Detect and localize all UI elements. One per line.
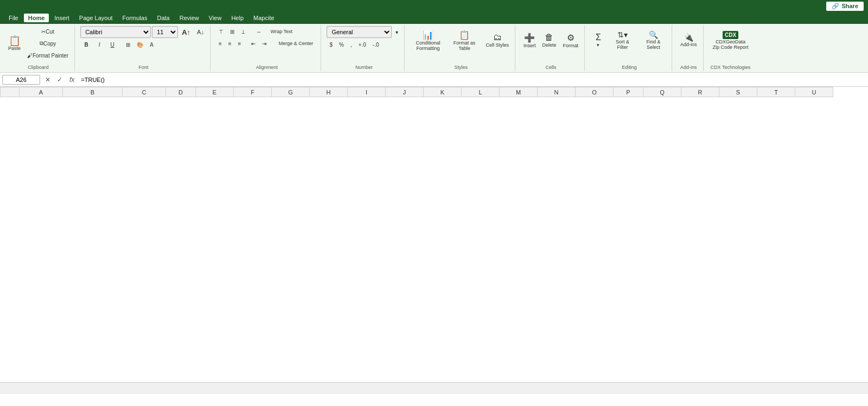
menu-item-data[interactable]: Data: [152, 14, 174, 22]
format-button[interactable]: ⚙ Format: [560, 26, 581, 54]
format-table-label: Format as Table: [449, 40, 479, 51]
font-color-button[interactable]: A: [147, 39, 156, 50]
col-header-D[interactable]: D: [166, 87, 196, 97]
col-header-G[interactable]: G: [272, 87, 310, 97]
addins-icon: 🔌: [684, 33, 693, 42]
col-header-P[interactable]: P: [614, 87, 643, 97]
decrease-indent-button[interactable]: ⇤: [248, 38, 258, 49]
number-buttons-row: $ % , +.0 -.0: [327, 39, 381, 50]
editing-group: Σ ▾ ⇅▾ Sort & Filter 🔍 Find & Select Edi…: [587, 25, 672, 71]
editing-group-label: Editing: [590, 62, 668, 70]
insert-label: Insert: [524, 43, 536, 48]
col-header-L[interactable]: L: [462, 87, 500, 97]
underline-button[interactable]: U: [106, 39, 118, 50]
formula-input[interactable]: [79, 74, 866, 85]
col-header-B[interactable]: B: [63, 87, 123, 97]
cell-styles-button[interactable]: 🗂 Cell Styles: [483, 26, 512, 54]
addins-button[interactable]: 🔌 Add-ins: [678, 26, 700, 54]
col-header-C[interactable]: C: [123, 87, 166, 97]
comma-button[interactable]: ,: [348, 39, 355, 50]
conditional-formatting-button[interactable]: 📊 Conditional Formatting: [410, 26, 445, 54]
fx-label: fx: [67, 76, 76, 84]
copy-button[interactable]: ⧉ Copy: [24, 38, 71, 49]
align-top-button[interactable]: ⊤: [216, 26, 226, 37]
col-header-E[interactable]: E: [196, 87, 234, 97]
font-group: Calibri 11 A↑ A↓ B I U ⊞ 🎨 A Font: [77, 25, 210, 71]
col-header-A[interactable]: A: [20, 87, 63, 97]
increase-font-button[interactable]: A↑: [179, 27, 193, 37]
delete-button[interactable]: 🗑 Delete: [539, 26, 559, 54]
col-header-I[interactable]: I: [348, 87, 386, 97]
bold-label: B: [85, 42, 88, 48]
col-header-F[interactable]: F: [234, 87, 272, 97]
italic-button[interactable]: I: [93, 39, 105, 50]
menu-item-help[interactable]: Help: [227, 14, 248, 22]
col-header-T[interactable]: T: [757, 87, 795, 97]
format-label: Format: [563, 43, 578, 48]
increase-decimal-button[interactable]: +.0: [356, 39, 369, 50]
bold-button[interactable]: B: [80, 39, 92, 50]
styles-group: 📊 Conditional Formatting 📋 Format as Tab…: [407, 25, 515, 71]
number-format-expand[interactable]: ▾: [393, 27, 401, 37]
cut-button[interactable]: ✂ Cut: [24, 26, 71, 37]
menu-item-review[interactable]: Review: [175, 14, 203, 22]
col-header-O[interactable]: O: [576, 87, 614, 97]
percent-button[interactable]: %: [336, 39, 347, 50]
clipboard-group: 📋 Paste ✂ Cut ⧉ Copy 🖌 Format Painter Cl…: [2, 25, 75, 71]
number-format-dropdown[interactable]: General: [327, 26, 392, 38]
increase-indent-button[interactable]: ⇥: [259, 38, 269, 49]
confirm-formula-button[interactable]: ✓: [54, 74, 65, 85]
col-header-M[interactable]: M: [500, 87, 538, 97]
sort-filter-button[interactable]: ⇅▾ Sort & Filter: [608, 26, 637, 54]
align-left-button[interactable]: ≡: [216, 38, 225, 49]
menu-item-view[interactable]: View: [205, 14, 226, 22]
decrease-font-button[interactable]: A↓: [194, 27, 207, 37]
align-right-button[interactable]: ≡: [235, 38, 244, 49]
cell-reference-input[interactable]: [2, 75, 40, 85]
align-center-button[interactable]: ≡: [226, 38, 234, 49]
col-header-R[interactable]: R: [681, 87, 719, 97]
clipboard-label: Clipboard: [5, 62, 71, 70]
menu-item-file[interactable]: File: [4, 14, 23, 22]
menu-item-home[interactable]: Home: [24, 14, 49, 22]
merge-center-button[interactable]: Merge & Center: [274, 38, 317, 49]
font-selector-row: Calibri 11 A↑ A↓: [80, 26, 207, 38]
col-header-S[interactable]: S: [719, 87, 757, 97]
format-as-table-button[interactable]: 📋 Format as Table: [446, 26, 482, 54]
cancel-formula-button[interactable]: ✕: [42, 74, 53, 85]
col-header-Q[interactable]: Q: [643, 87, 681, 97]
col-header-N[interactable]: N: [538, 87, 576, 97]
currency-button[interactable]: $: [327, 39, 335, 50]
find-select-button[interactable]: 🔍 Find & Select: [639, 26, 668, 54]
addins-group-label: Add-ins: [678, 62, 700, 70]
align-middle-button[interactable]: ⊞: [227, 26, 237, 37]
menu-item-insert[interactable]: Insert: [50, 14, 74, 22]
menu-item-page layout[interactable]: Page Layout: [75, 14, 117, 22]
wrap-text-button[interactable]: Wrap Text: [265, 26, 298, 37]
delete-icon: 🗑: [545, 33, 553, 42]
fill-color-button[interactable]: 🎨: [134, 39, 146, 50]
cell-styles-label: Cell Styles: [486, 42, 509, 48]
col-header-U[interactable]: U: [795, 87, 833, 97]
decrease-decimal-button[interactable]: -.0: [370, 39, 382, 50]
col-header-H[interactable]: H: [310, 87, 348, 97]
borders-button[interactable]: ⊞: [123, 39, 133, 50]
font-name-dropdown[interactable]: Calibri: [80, 26, 151, 38]
corner-header: [1, 87, 20, 97]
col-header-K[interactable]: K: [424, 87, 462, 97]
copy-label: Copy: [43, 41, 56, 47]
insert-button[interactable]: ➕ Insert: [521, 26, 539, 54]
col-header-J[interactable]: J: [386, 87, 424, 97]
format-painter-button[interactable]: 🖌 Format Painter: [24, 50, 71, 61]
paste-button[interactable]: 📋 Paste: [5, 29, 23, 58]
align-bottom-button[interactable]: ⊥: [238, 26, 248, 37]
cdx-button[interactable]: CDX CDXGeoData Zip Code Report: [709, 26, 752, 54]
format-painter-label: Format Painter: [33, 53, 68, 59]
autosum-button[interactable]: Σ ▾: [590, 26, 607, 54]
share-button[interactable]: 🔗 Share: [826, 2, 864, 11]
cdx-group: CDX CDXGeoData Zip Code Report CDX Techn…: [706, 25, 756, 71]
menu-item-mapcite[interactable]: Mapcite: [249, 14, 279, 22]
font-size-dropdown[interactable]: 11: [152, 26, 178, 38]
menu-item-formulas[interactable]: Formulas: [118, 14, 152, 22]
text-direction-button[interactable]: ↔: [253, 26, 264, 37]
